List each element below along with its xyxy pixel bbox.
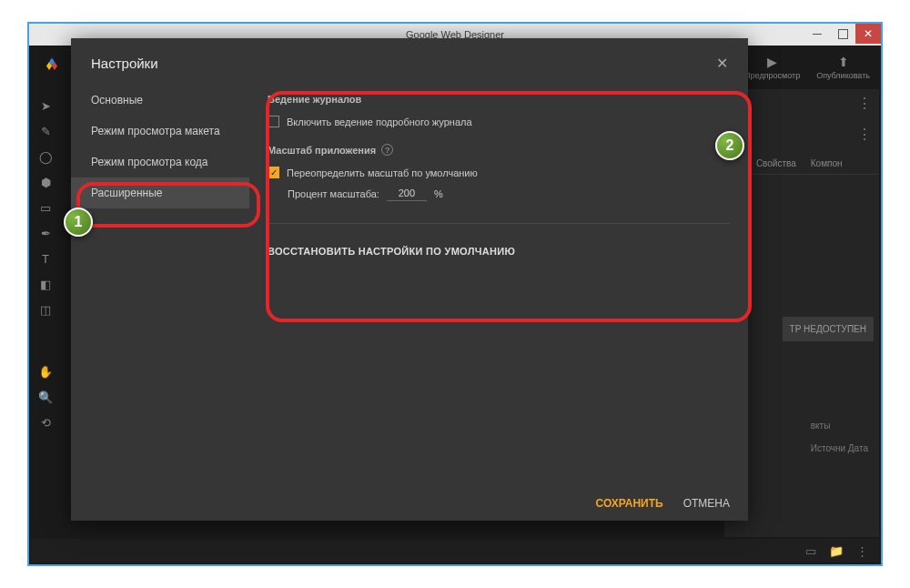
more-icon[interactable]: ⋮ (856, 544, 868, 558)
text-tool-icon[interactable]: T (31, 246, 60, 271)
marker-1: 1 (64, 208, 93, 237)
checkbox-checked-icon[interactable] (268, 167, 279, 178)
doc-icon[interactable]: ▭ (805, 544, 816, 558)
brush-tool-icon[interactable]: ✎ (31, 118, 60, 144)
percent-sign: % (434, 188, 443, 199)
pen-tool-icon[interactable]: ✒ (31, 220, 60, 246)
upload-icon: ⬆ (816, 55, 870, 69)
more-icon[interactable]: ⋮ (857, 95, 872, 112)
tag-tool-icon[interactable]: ⬢ (31, 169, 60, 195)
sidebar-item-advanced[interactable]: Расширенные (71, 177, 249, 208)
3d-tool-icon[interactable]: ◫ (31, 297, 60, 322)
shape-tool-icon[interactable]: ◯ (31, 144, 60, 169)
rect-tool-icon[interactable]: ▭ (31, 195, 60, 220)
scale-percent-input[interactable] (387, 186, 427, 201)
sidebar-item-code-view[interactable]: Режим просмотра кода (71, 147, 249, 177)
scale-percent-label: Процент масштаба: (288, 188, 379, 199)
pointer-tool-icon[interactable]: ➤ (31, 93, 60, 118)
zoom-tool-icon[interactable]: 🔍 (31, 384, 60, 410)
unavailable-badge: ТР НЕДОСТУПЕН (783, 317, 874, 341)
scale-percent-row: Процент масштаба: % (288, 186, 730, 201)
maximize-button[interactable] (830, 24, 855, 44)
bottom-bar: ▭ 📁 ⋮ (31, 539, 879, 563)
enable-logging-checkbox-row[interactable]: Включить ведение подробного журнала (268, 116, 730, 127)
restore-defaults-button[interactable]: ВОССТАНОВИТЬ НАСТРОЙКИ ПО УМОЛЧАНИЮ (268, 246, 730, 257)
close-icon[interactable]: ✕ (716, 55, 728, 72)
scale-section-title: Масштаб приложения ? (268, 144, 730, 156)
app-logo-icon (44, 56, 60, 76)
tab-components[interactable]: Компон (804, 153, 850, 174)
enable-logging-label: Включить ведение подробного журнала (287, 117, 472, 127)
sidebar-item-basic[interactable]: Основные (71, 85, 249, 116)
tab-properties[interactable]: Свойства (749, 153, 804, 174)
left-toolbar: ➤ ✎ ◯ ⬢ ▭ ✒ T ◧ ◫ ✋ 🔍 ⟲ (31, 93, 60, 563)
close-window-button[interactable] (855, 24, 881, 44)
top-right-actions: ▶ Предпросмотр ⬆ Опубликовать (744, 55, 870, 80)
dialog-header: Настройки ✕ (71, 38, 748, 85)
help-icon[interactable]: ? (381, 144, 393, 156)
fill-tool-icon[interactable]: ◧ (31, 271, 60, 297)
settings-dialog: Настройки ✕ Основные Режим просмотра мак… (71, 38, 748, 521)
folder-icon[interactable]: 📁 (829, 544, 844, 558)
dialog-body: Основные Режим просмотра макета Режим пр… (71, 85, 748, 485)
save-button[interactable]: СОХРАНИТЬ (596, 497, 663, 510)
dialog-footer: СОХРАНИТЬ ОТМЕНА (596, 497, 730, 510)
dialog-title: Настройки (91, 56, 158, 71)
logging-section-title: Ведение журналов (268, 94, 730, 105)
reset-tool-icon[interactable]: ⟲ (31, 410, 60, 435)
sidebar-item-layout-view[interactable]: Режим просмотра макета (71, 116, 249, 147)
right-labels: вкты Источни Дата (811, 408, 868, 453)
dialog-sidebar: Основные Режим просмотра макета Режим пр… (71, 85, 249, 485)
play-icon: ▶ (744, 55, 800, 69)
window-controls (804, 24, 881, 44)
override-scale-label: Переопределить масштаб по умолчанию (287, 167, 478, 178)
cancel-button[interactable]: ОТМЕНА (683, 497, 730, 510)
publish-button[interactable]: ⬆ Опубликовать (816, 55, 870, 80)
preview-button[interactable]: ▶ Предпросмотр (744, 55, 800, 80)
override-scale-checkbox-row[interactable]: Переопределить масштаб по умолчанию (268, 167, 730, 178)
divider (268, 223, 730, 224)
dialog-content: Ведение журналов Включить ведение подроб… (249, 85, 748, 485)
marker-2: 2 (715, 131, 744, 160)
minimize-button[interactable] (804, 24, 830, 44)
checkbox-unchecked-icon[interactable] (268, 116, 279, 127)
hand-tool-icon[interactable]: ✋ (31, 359, 60, 384)
more-icon[interactable]: ⋮ (857, 126, 872, 143)
